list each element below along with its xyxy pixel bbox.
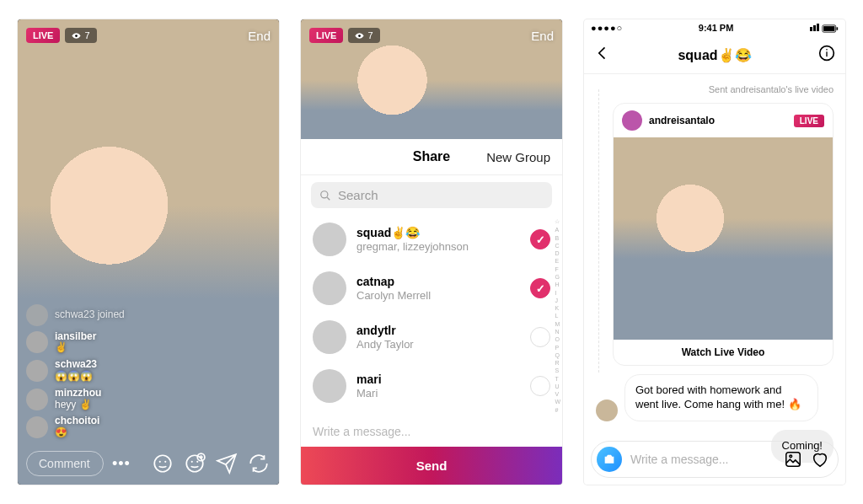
info-button[interactable]: [818, 45, 835, 65]
nav-bar: squad✌️😂: [584, 36, 845, 74]
sent-hint: Sent andreisantalo's live video: [596, 84, 834, 94]
add-face-button[interactable]: [183, 452, 206, 475]
camera-icon: [603, 453, 616, 466]
svg-rect-17: [786, 453, 801, 467]
message-input[interactable]: Write a message...: [301, 416, 562, 447]
svg-rect-12: [837, 27, 839, 29]
card-preview: [614, 137, 833, 340]
join-notice: schwa23 joined: [26, 304, 125, 326]
live-badge: LIVE: [794, 115, 824, 127]
incoming-message: Got bored with homework and went live. C…: [596, 374, 834, 421]
avatar: [26, 331, 48, 353]
avatar: [313, 320, 346, 354]
watch-live-button[interactable]: Watch Live Video: [614, 340, 833, 365]
avatar: [26, 304, 48, 326]
live-bottom-bar: Comment •••: [26, 451, 271, 476]
svg-point-8: [359, 35, 362, 37]
live-comments: schwa23 joined iansilber✌️ schwa23😱😱😱 mi…: [26, 304, 125, 439]
avatar: [313, 369, 346, 403]
viewer-count[interactable]: 7: [65, 28, 96, 43]
eye-icon: [72, 31, 81, 40]
svg-point-0: [76, 35, 78, 37]
dm-thread-screen: ●●●●○ 9:41 PM squad✌️😂 Sent andreisantal…: [584, 19, 845, 485]
message-thread[interactable]: Sent andreisantalo's live video andreisa…: [584, 74, 845, 473]
new-group-button[interactable]: New Group: [486, 150, 550, 164]
svg-point-6: [196, 461, 198, 463]
live-comment: chchoitoi😍: [26, 416, 125, 439]
svg-point-2: [159, 461, 161, 463]
live-comment: iansilber✌️: [26, 331, 125, 355]
svg-point-9: [321, 190, 328, 197]
checkbox-icon[interactable]: [530, 376, 550, 396]
share-sheet: Share New Group Search ☆ABCDEFGHIJKLMNOP…: [301, 139, 562, 485]
live-video-card[interactable]: andreisantalo LIVE Watch Live Video: [613, 103, 834, 366]
live-comment: minzzhouheyy ✌️: [26, 388, 125, 411]
face-filter-button[interactable]: [151, 452, 174, 475]
chat-title[interactable]: squad✌️😂: [678, 47, 751, 63]
svg-point-1: [154, 455, 171, 472]
avatar: [26, 416, 48, 438]
checkbox-icon[interactable]: [530, 327, 550, 347]
avatar: [313, 271, 346, 305]
comment-input[interactable]: Comment: [26, 451, 104, 476]
dm-input-field[interactable]: Write a message...: [630, 453, 775, 466]
message-bubble: Got bored with homework and went live. C…: [624, 374, 818, 421]
end-button[interactable]: End: [248, 29, 271, 43]
avatar: [26, 389, 48, 410]
share-title: Share: [413, 149, 450, 164]
svg-point-18: [790, 455, 792, 458]
live-comment: schwa23😱😱😱: [26, 359, 125, 383]
search-input[interactable]: Search: [311, 182, 552, 208]
svg-point-5: [191, 461, 193, 463]
eye-icon: [355, 31, 364, 40]
contact-row[interactable]: mariMari: [301, 362, 562, 410]
camera-button[interactable]: [597, 447, 622, 472]
avatar: [26, 360, 48, 382]
avatar: [313, 223, 346, 256]
contact-row[interactable]: squad✌️😂gregmar, lizzeyjohnson: [301, 215, 562, 264]
back-button[interactable]: [594, 45, 611, 65]
share-sheet-screen: LIVE 7 End Share New Group Search ☆ABCDE…: [301, 19, 562, 485]
end-button[interactable]: End: [531, 29, 554, 43]
alphabet-index[interactable]: ☆ABCDEFGHIJKLMNOPQRSTUVW#: [555, 218, 560, 413]
svg-point-15: [826, 49, 828, 51]
status-time: 9:41 PM: [699, 23, 734, 33]
share-button[interactable]: [215, 452, 239, 475]
live-broadcast-screen: LIVE 7 End schwa23 joined iansilber✌️ sc…: [18, 19, 279, 485]
status-bar: ●●●●○ 9:41 PM: [584, 19, 845, 36]
battery-icon: [809, 23, 839, 33]
checkbox-icon[interactable]: [530, 278, 550, 298]
contact-row[interactable]: catnapCarolyn Merrell: [301, 264, 562, 313]
live-badge: LIVE: [26, 28, 60, 43]
svg-rect-14: [826, 51, 827, 56]
contact-row[interactable]: justinaguilarJustin Aguilar: [301, 410, 562, 416]
search-icon: [319, 190, 331, 201]
avatar: [622, 110, 642, 131]
contact-row[interactable]: andytlrAndy Taylor: [301, 313, 562, 362]
carrier-signal: ●●●●○: [591, 23, 623, 33]
card-username: andreisantalo: [649, 115, 787, 126]
gallery-icon[interactable]: [784, 450, 802, 469]
dm-composer: Write a message...: [591, 441, 839, 478]
avatar: [596, 399, 618, 421]
switch-camera-button[interactable]: [247, 452, 271, 475]
contact-list: ☆ABCDEFGHIJKLMNOPQRSTUVW# squad✌️😂gregma…: [301, 215, 562, 416]
viewer-count[interactable]: 7: [348, 28, 379, 43]
more-button[interactable]: •••: [112, 455, 131, 473]
live-badge: LIVE: [309, 28, 343, 43]
checkbox-icon[interactable]: [530, 229, 550, 249]
svg-point-3: [164, 461, 166, 463]
send-button[interactable]: Send: [301, 447, 562, 485]
svg-rect-11: [823, 26, 834, 31]
like-icon[interactable]: [811, 450, 829, 469]
